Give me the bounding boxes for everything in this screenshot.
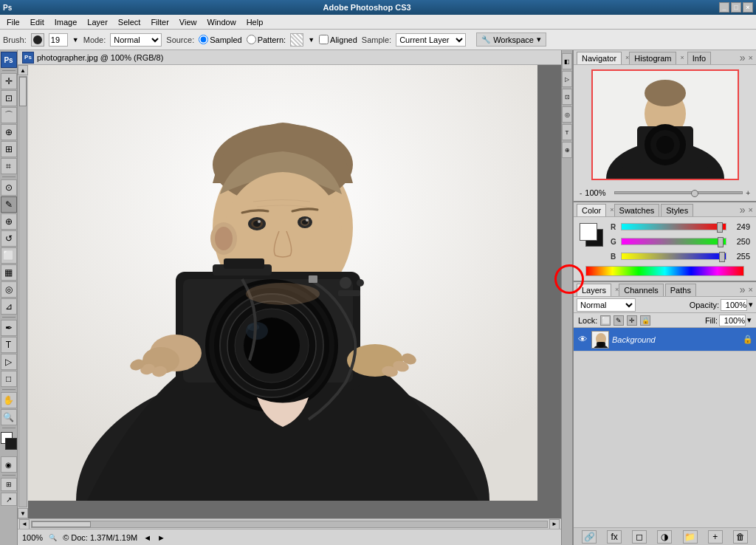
- top-panel-menu[interactable]: »: [740, 52, 746, 64]
- top-panel-close[interactable]: ×: [749, 53, 753, 62]
- maximize-btn[interactable]: □: [731, 2, 741, 13]
- zoom-slider-thumb[interactable]: [691, 190, 698, 197]
- mode-select[interactable]: Normal: [110, 33, 162, 47]
- quick-select-tool[interactable]: ⊕: [1, 124, 17, 140]
- history-brush-tool[interactable]: ↺: [1, 230, 17, 247]
- clone-stamp-tool[interactable]: ⊕: [1, 213, 17, 230]
- scroll-left-btn[interactable]: ◄: [19, 519, 30, 529]
- histogram-tab[interactable]: Histogram: [629, 52, 676, 64]
- background-color[interactable]: [5, 438, 17, 450]
- panel-strip-btn3[interactable]: ⊡: [562, 89, 572, 105]
- nav-arrow-left[interactable]: ◄: [143, 533, 151, 542]
- new-layer-btn[interactable]: +: [708, 530, 723, 544]
- dodge-tool[interactable]: ⊿: [1, 298, 17, 315]
- pattern-dropdown-icon[interactable]: ▼: [308, 36, 315, 44]
- nav-arrow-right[interactable]: ►: [157, 533, 165, 542]
- g-slider-track[interactable]: [621, 238, 726, 245]
- fill-dropdown-icon[interactable]: ▾: [747, 315, 752, 325]
- v-scroll-track[interactable]: [18, 76, 27, 507]
- close-btn[interactable]: ×: [743, 2, 753, 13]
- workspace-btn[interactable]: 🔧 Workspace ▾: [476, 32, 546, 47]
- scroll-up-btn[interactable]: ▲: [18, 65, 28, 75]
- layer-visibility-icon[interactable]: 👁: [577, 334, 588, 346]
- opacity-dropdown-icon[interactable]: ▾: [749, 300, 753, 309]
- lock-all-icon[interactable]: 🔒: [640, 315, 650, 326]
- zoom-out-icon[interactable]: -: [580, 189, 582, 197]
- zoom-icon[interactable]: 🔍: [49, 534, 57, 541]
- screen-mode-btn[interactable]: ⊞: [1, 478, 17, 491]
- path-select-tool[interactable]: ▷: [1, 354, 17, 370]
- brush-preview[interactable]: [31, 33, 44, 47]
- panel-strip-btn6[interactable]: ⊕: [562, 142, 572, 158]
- menu-view[interactable]: View: [174, 16, 202, 28]
- r-slider-thumb[interactable]: [717, 222, 723, 233]
- text-tool[interactable]: T: [1, 337, 17, 353]
- brush-size-input[interactable]: [49, 33, 68, 47]
- slice-tool[interactable]: ⌗: [1, 158, 17, 174]
- window-controls[interactable]: _ □ ×: [719, 2, 753, 13]
- zoom-in-icon[interactable]: +: [746, 189, 750, 197]
- menu-image[interactable]: Image: [49, 16, 83, 28]
- marquee-tool[interactable]: ⊡: [1, 90, 17, 106]
- healing-brush-tool[interactable]: ⊙: [1, 179, 17, 196]
- info-tab[interactable]: Info: [687, 52, 711, 64]
- styles-tab[interactable]: Styles: [661, 204, 693, 216]
- pen-tool[interactable]: ✒: [1, 320, 17, 336]
- layers-panel-close[interactable]: ×: [749, 285, 753, 294]
- scroll-right-btn[interactable]: ►: [549, 519, 560, 529]
- layers-tab[interactable]: Layers: [577, 284, 611, 296]
- panel-strip-btn5[interactable]: T: [562, 124, 572, 140]
- lock-position-icon[interactable]: ✛: [627, 315, 637, 326]
- zoom-tool[interactable]: 🔍: [1, 409, 17, 425]
- menu-filter[interactable]: Filter: [145, 16, 173, 28]
- h-scroll-track[interactable]: [31, 521, 548, 528]
- color-swatch-area[interactable]: [580, 223, 606, 250]
- opacity-input[interactable]: [721, 299, 747, 311]
- quick-mask-btn[interactable]: ◉: [1, 456, 17, 473]
- aligned-checkbox[interactable]: Aligned: [319, 35, 357, 44]
- gradient-tool[interactable]: ▦: [1, 264, 17, 281]
- layers-panel-menu[interactable]: »: [740, 284, 746, 295]
- menu-layer[interactable]: Layer: [82, 16, 113, 28]
- menu-select[interactable]: Select: [113, 16, 146, 28]
- add-style-btn[interactable]: fx: [607, 530, 622, 544]
- add-mask-btn[interactable]: ◻: [632, 530, 647, 544]
- blur-tool[interactable]: ◎: [1, 281, 17, 298]
- lock-image-icon[interactable]: ✎: [614, 315, 624, 326]
- eraser-tool[interactable]: ⬜: [1, 247, 17, 264]
- menu-file[interactable]: File: [1, 16, 25, 28]
- panel-strip-btn4[interactable]: ◎: [562, 106, 572, 123]
- shape-tool[interactable]: □: [1, 371, 17, 387]
- color-swatches[interactable]: [1, 432, 17, 453]
- panel-strip-btn2[interactable]: ▷: [562, 71, 572, 87]
- minimize-btn[interactable]: _: [719, 2, 729, 13]
- brush-dropdown-icon[interactable]: ▼: [72, 36, 79, 44]
- v-scroll-thumb[interactable]: [19, 77, 27, 106]
- fill-input[interactable]: [719, 315, 746, 326]
- menu-edit[interactable]: Edit: [25, 16, 49, 28]
- layers-mode-select[interactable]: Normal: [577, 298, 636, 312]
- panel-strip-btn1[interactable]: ◧: [562, 53, 572, 69]
- g-slider-thumb[interactable]: [718, 237, 724, 247]
- hand-tool[interactable]: ✋: [1, 392, 17, 408]
- color-tab[interactable]: Color: [577, 204, 606, 216]
- brush-tool[interactable]: ✎: [1, 196, 17, 213]
- link-layers-btn[interactable]: 🔗: [582, 530, 597, 544]
- color-panel-close[interactable]: ×: [749, 205, 753, 214]
- swatches-tab[interactable]: Swatches: [614, 204, 660, 216]
- zoom-slider-track[interactable]: [614, 191, 743, 194]
- sampled-radio[interactable]: Sampled: [199, 35, 241, 44]
- sample-select[interactable]: Current Layer: [396, 33, 466, 47]
- add-adjustment-btn[interactable]: ◑: [657, 530, 672, 544]
- histogram-tab-close[interactable]: ×: [680, 54, 684, 61]
- fg-swatch[interactable]: [580, 223, 597, 241]
- pattern-preview[interactable]: [290, 33, 303, 47]
- lock-transparent-icon[interactable]: ⬜: [600, 315, 611, 326]
- go-to-bridge-btn[interactable]: ↗: [1, 493, 17, 506]
- b-slider-thumb[interactable]: [719, 252, 725, 262]
- background-layer-row[interactable]: 👁 Background 🔒: [574, 328, 756, 352]
- lasso-tool[interactable]: ⌒: [1, 107, 17, 123]
- color-panel-menu[interactable]: »: [740, 204, 746, 216]
- delete-layer-btn[interactable]: 🗑: [733, 530, 748, 544]
- b-slider-track[interactable]: [621, 253, 726, 260]
